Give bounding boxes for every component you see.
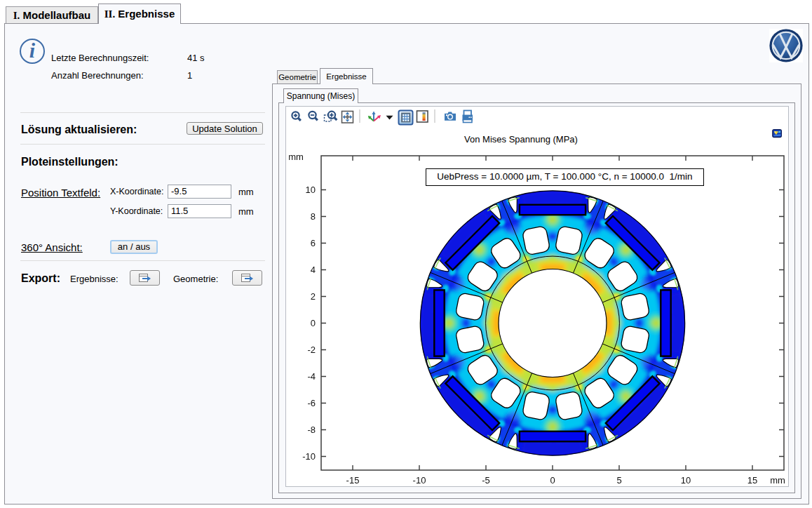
svg-text:-10: -10 (302, 451, 316, 462)
svg-text:mm: mm (770, 475, 785, 486)
svg-text:0: 0 (550, 475, 555, 486)
svg-text:6: 6 (311, 238, 316, 248)
svg-text:15: 15 (747, 475, 757, 486)
svg-text:-15: -15 (346, 475, 360, 486)
svg-text:0: 0 (311, 318, 316, 328)
svg-text:10: 10 (306, 185, 316, 195)
svg-text:5: 5 (616, 475, 621, 486)
svg-text:-6: -6 (307, 398, 316, 408)
svg-text:4: 4 (311, 265, 316, 275)
svg-text:mm: mm (288, 152, 304, 162)
svg-text:10: 10 (681, 475, 691, 486)
svg-text:-10: -10 (413, 475, 426, 486)
svg-text:-2: -2 (307, 345, 316, 355)
svg-text:-4: -4 (307, 371, 316, 382)
svg-text:-8: -8 (307, 425, 316, 435)
svg-text:8: 8 (311, 211, 316, 222)
svg-text:-5: -5 (482, 475, 490, 486)
svg-text:2: 2 (311, 291, 316, 302)
